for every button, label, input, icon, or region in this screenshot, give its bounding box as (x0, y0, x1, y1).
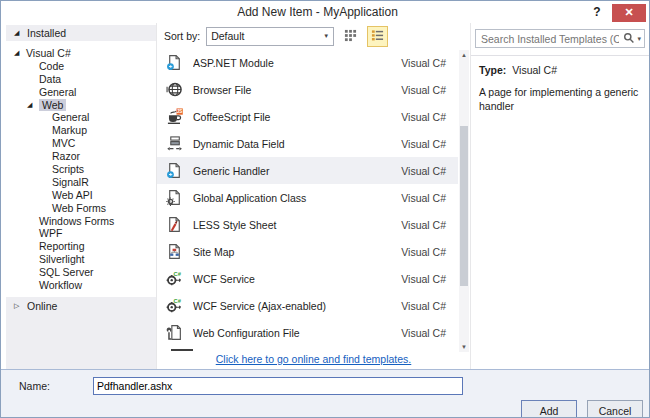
template-name: LESS Style Sheet (193, 219, 391, 231)
go-online-link[interactable]: Click here to go online and find templat… (216, 353, 412, 365)
template-name: Web Configuration File (193, 327, 391, 339)
tree-item-wpf[interactable]: WPF (6, 227, 156, 240)
tree-item-web-api[interactable]: Web API (6, 189, 156, 202)
sort-toolbar: Sort by: Default ▼ (157, 23, 470, 49)
description-text: A page for implementing a generic handle… (479, 85, 641, 113)
template-category: Visual C# (401, 138, 452, 150)
add-button[interactable]: Add (521, 400, 577, 418)
template-name: Global Application Class (193, 192, 391, 204)
wcf-service-icon: C# (165, 270, 183, 288)
tree-item-label: Code (39, 60, 64, 73)
template-item-generic-handler[interactable]: Generic HandlerVisual C# (157, 157, 458, 184)
svg-text:C#: C# (173, 271, 181, 277)
scroll-up-icon[interactable]: ▲ (461, 50, 467, 60)
small-icons-view-button[interactable] (340, 26, 361, 47)
search-icon[interactable] (623, 32, 635, 46)
template-name: ASP.NET Module (193, 57, 391, 69)
template-category: Visual C# (401, 57, 452, 69)
online-header-label: Online (27, 300, 57, 312)
site-map-icon (165, 243, 183, 261)
scroll-down-icon[interactable]: ▼ (461, 342, 467, 352)
expanded-arrow-icon: ◢ (14, 47, 22, 60)
template-description: Type:Visual C# A page for implementing a… (471, 56, 649, 121)
scrollbar-track[interactable] (459, 60, 469, 342)
tree-item-windows-forms[interactable]: Windows Forms (6, 215, 156, 228)
small-icons-view-icon (344, 29, 357, 44)
online-section: ▷ Online (6, 297, 156, 369)
tree-item-code[interactable]: Code (6, 60, 156, 73)
templates-panel: Sort by: Default ▼ ASP.NET Module (156, 23, 470, 369)
template-item-web-configuration-file[interactable]: Web Configuration FileVisual C# (157, 319, 458, 346)
template-item-coffeescript-file[interactable]: JSCoffeeScript FileVisual C# (157, 103, 458, 130)
template-item-site-map[interactable]: Site MapVisual C# (157, 238, 458, 265)
close-button[interactable]: ✕ (612, 4, 646, 22)
tree-item-scripts[interactable]: Scripts (6, 163, 156, 176)
scrollbar-thumb[interactable] (460, 126, 468, 286)
search-box: ▾ (475, 29, 645, 48)
tree-item-label: WPF (39, 227, 62, 240)
tree-item-label: Silverlight (39, 253, 85, 266)
category-tree: ◢Visual C#CodeDataGeneral◢WebGeneralMark… (6, 41, 156, 292)
window-title: Add New Item - MyApplication (1, 5, 586, 19)
tree-item-markup[interactable]: Markup (6, 124, 156, 137)
list-view-button[interactable] (367, 26, 388, 47)
tree-item-reporting[interactable]: Reporting (6, 240, 156, 253)
template-item-less-style-sheet[interactable]: LESS Style SheetVisual C# (157, 211, 458, 238)
tree-item-sql-server[interactable]: SQL Server (6, 266, 156, 279)
list-end-separator (171, 349, 193, 351)
template-item-asp-net-module[interactable]: ASP.NET ModuleVisual C# (157, 49, 458, 76)
help-button[interactable]: ? (586, 5, 608, 19)
name-input[interactable] (93, 377, 463, 395)
tree-item-razor[interactable]: Razor (6, 150, 156, 163)
template-category: Visual C# (401, 111, 452, 123)
sort-by-value: Default (211, 30, 244, 42)
tree-item-label: MVC (52, 137, 75, 150)
template-item-dynamic-data-field[interactable]: Dynamic Data FieldVisual C# (157, 130, 458, 157)
template-name: CoffeeScript File (193, 111, 391, 123)
tree-item-label: SQL Server (39, 266, 93, 279)
installed-header-label: Installed (27, 27, 66, 39)
tree-item-signalr[interactable]: SignalR (6, 176, 156, 189)
template-name: Browser File (193, 84, 391, 96)
tree-item-visual-c[interactable]: ◢Visual C# (6, 47, 156, 60)
aspnet-module-icon (165, 54, 183, 72)
collapsed-arrow-icon: ▷ (14, 302, 22, 310)
template-item-wcf-service-ajax-enabled[interactable]: C#WCF Service (Ajax-enabled)Visual C# (157, 292, 458, 319)
type-value: Visual C# (512, 64, 557, 76)
browser-file-icon (165, 81, 183, 99)
add-new-item-dialog: Add New Item - MyApplication ? ✕ ◢ Insta… (0, 0, 650, 418)
tree-item-mvc[interactable]: MVC (6, 137, 156, 150)
search-options-chevron-icon[interactable]: ▾ (637, 35, 641, 43)
list-view-icon (371, 29, 384, 44)
svg-text:JS: JS (176, 109, 182, 114)
coffeescript-file-icon: JS (165, 108, 183, 126)
tree-item-general[interactable]: General (6, 86, 156, 99)
chevron-down-icon: ▼ (323, 33, 329, 39)
tree-item-silverlight[interactable]: Silverlight (6, 253, 156, 266)
online-section-header[interactable]: ▷ Online (6, 297, 156, 315)
tree-item-web-forms[interactable]: Web Forms (6, 202, 156, 215)
name-label: Name: (19, 380, 93, 392)
categories-sidebar: ◢ Installed ◢Visual C#CodeDataGeneral◢We… (6, 23, 156, 369)
details-panel: ▾ Type:Visual C# A page for implementing… (470, 23, 649, 369)
global-application-class-icon (165, 189, 183, 207)
tree-item-workflow[interactable]: Workflow (6, 279, 156, 292)
tree-item-label: Windows Forms (39, 215, 114, 228)
sort-by-dropdown[interactable]: Default ▼ (206, 27, 334, 46)
cancel-button[interactable]: Cancel (587, 400, 643, 418)
template-category: Visual C# (401, 300, 452, 312)
template-list: ASP.NET ModuleVisual C#Browser FileVisua… (157, 49, 458, 353)
template-item-global-application-class[interactable]: Global Application ClassVisual C# (157, 184, 458, 211)
tree-item-data[interactable]: Data (6, 73, 156, 86)
tree-item-label: SignalR (52, 176, 89, 189)
template-item-wcf-service[interactable]: C#WCF ServiceVisual C# (157, 265, 458, 292)
installed-section-header[interactable]: ◢ Installed (6, 25, 156, 41)
search-input[interactable] (479, 32, 621, 46)
tree-item-web[interactable]: ◢Web (6, 99, 156, 112)
template-category: Visual C# (401, 219, 452, 231)
dynamic-data-field-icon (165, 135, 183, 153)
template-category: Visual C# (401, 273, 452, 285)
list-scrollbar[interactable]: ▲ ▼ (459, 50, 469, 352)
template-item-browser-file[interactable]: Browser FileVisual C# (157, 76, 458, 103)
tree-item-general[interactable]: General (6, 111, 156, 124)
